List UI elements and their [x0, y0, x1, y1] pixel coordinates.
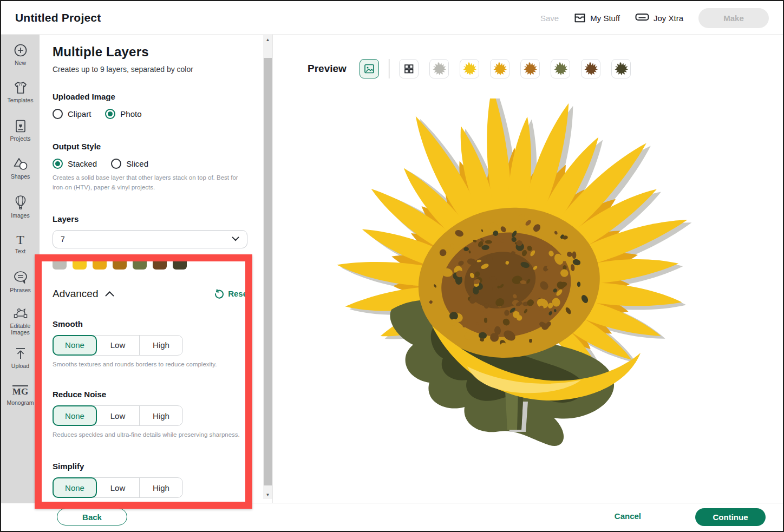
layer-thumb-2[interactable] — [460, 59, 479, 78]
preview-image-toggle[interactable] — [360, 59, 379, 78]
sidebar-item-editable-images[interactable]: Editable Images — [1, 306, 40, 336]
tshirt-icon — [13, 81, 28, 95]
grid-icon — [403, 63, 414, 74]
sunflower-preview-image — [337, 98, 716, 450]
sidebar-item-images[interactable]: Images — [1, 195, 40, 219]
mail-tray-icon — [574, 12, 586, 23]
radio-circle-icon — [53, 109, 63, 119]
sidebar-item-new[interactable]: New — [1, 43, 40, 66]
save-button[interactable]: Save — [540, 14, 559, 23]
continue-button[interactable]: Continue — [695, 508, 766, 526]
output-style-description: Creates a solid base layer that other la… — [53, 173, 239, 193]
radio-circle-icon — [111, 159, 121, 169]
layer-flower-icon — [493, 62, 507, 76]
simplify-low-button[interactable]: Low — [96, 478, 140, 497]
layer-thumb-4[interactable] — [520, 59, 540, 78]
icon-sidebar: New Templates Projects Shapes Images T T… — [1, 35, 40, 532]
my-stuff-button[interactable]: My Stuff — [574, 12, 620, 23]
radio-sliced[interactable]: Sliced — [111, 159, 148, 169]
smooth-label: Smooth — [53, 319, 250, 329]
sidebar-item-text[interactable]: T Text — [1, 234, 40, 254]
preview-label: Preview — [308, 63, 347, 75]
project-card-icon — [14, 119, 27, 133]
text-icon: T — [16, 234, 24, 246]
panel-subtitle: Creates up to 9 layers, separated by col… — [53, 65, 250, 74]
sidebar-item-templates[interactable]: Templates — [1, 81, 40, 103]
preview-area: Preview — [272, 35, 784, 505]
layer-swatch — [93, 255, 107, 270]
radio-circle-icon — [105, 109, 115, 119]
vector-nodes-icon — [12, 306, 29, 320]
layer-thumb-1[interactable] — [429, 59, 449, 78]
divider — [389, 59, 389, 78]
smooth-none-button[interactable]: None — [53, 335, 97, 356]
reduce-noise-low-button[interactable]: Low — [96, 406, 140, 425]
layer-thumb-5[interactable] — [551, 59, 570, 78]
cancel-button[interactable]: Cancel — [615, 511, 641, 521]
smooth-low-button[interactable]: Low — [96, 336, 140, 355]
layer-flower-icon — [614, 62, 628, 76]
top-bar: Untitled Project Save My Stuff Joy Xtra … — [1, 1, 783, 35]
chevron-up-icon — [105, 291, 114, 297]
layer-swatch — [173, 255, 187, 270]
smooth-high-button[interactable]: High — [140, 336, 182, 355]
uploaded-image-label: Uploaded Image — [53, 92, 250, 101]
my-stuff-label: My Stuff — [590, 14, 620, 23]
output-style-options: Stacked Sliced — [53, 159, 250, 169]
image-icon — [364, 63, 375, 74]
chevron-down-icon — [232, 237, 239, 241]
output-style-label: Output Style — [53, 142, 250, 151]
sidebar-item-monogram[interactable]: MG Monogram — [1, 385, 40, 406]
scrollbar-thumb[interactable] — [264, 58, 272, 485]
layer-swatch — [133, 255, 147, 270]
layer-flower-icon — [553, 62, 567, 76]
advanced-toggle[interactable]: Advanced — [53, 288, 114, 300]
layer-flower-icon — [432, 62, 446, 76]
radio-photo[interactable]: Photo — [105, 109, 141, 119]
plus-circle-icon — [14, 43, 28, 57]
reset-button[interactable]: Reset — [214, 289, 250, 299]
cutting-machine-icon — [635, 13, 649, 23]
sidebar-item-phrases[interactable]: Phrases — [1, 271, 40, 293]
layer-thumb-3[interactable] — [490, 59, 509, 78]
sidebar-item-projects[interactable]: Projects — [1, 119, 40, 142]
reduce-noise-high-button[interactable]: High — [140, 406, 182, 425]
balloon-icon — [15, 195, 27, 210]
machine-select-button[interactable]: Joy Xtra — [635, 13, 683, 23]
scroll-down-arrow[interactable]: ▼ — [263, 490, 272, 499]
shapes-icon — [13, 157, 28, 171]
upload-icon — [14, 346, 27, 360]
machine-label: Joy Xtra — [654, 14, 683, 23]
layer-thumb-7[interactable] — [611, 59, 631, 78]
project-title: Untitled Project — [15, 11, 101, 24]
simplify-none-button[interactable]: None — [53, 477, 97, 498]
layers-count-dropdown[interactable]: 7 — [53, 230, 247, 248]
make-button[interactable]: Make — [698, 8, 769, 28]
layer-thumbnails — [399, 59, 631, 78]
bottom-bar: Back Cancel Continue — [1, 503, 783, 531]
layer-swatch — [53, 255, 67, 270]
sidebar-item-upload[interactable]: Upload — [1, 346, 40, 369]
monogram-icon: MG — [12, 385, 28, 397]
layer-swatch — [73, 255, 87, 270]
radio-clipart[interactable]: Clipart — [53, 109, 91, 119]
layer-swatch — [113, 255, 127, 270]
radio-stacked[interactable]: Stacked — [53, 159, 97, 169]
scroll-up-arrow[interactable]: ▲ — [263, 35, 272, 44]
simplify-label: Simplify — [53, 462, 250, 471]
layer-flower-icon — [462, 62, 476, 76]
simplify-segmented-control: None Low High — [53, 477, 183, 498]
top-bar-actions: Save My Stuff Joy Xtra Make — [540, 1, 769, 35]
panel-scrollbar: ▲ ▼ — [263, 35, 272, 499]
all-layers-grid-button[interactable] — [399, 59, 419, 78]
back-button[interactable]: Back — [57, 508, 127, 526]
layer-thumb-6[interactable] — [581, 59, 600, 78]
reduce-noise-description: Reduces speckles and ultra-fine details … — [53, 430, 250, 440]
simplify-high-button[interactable]: High — [140, 478, 182, 497]
panel-title: Multiple Layers — [53, 44, 250, 60]
uploaded-image-options: Clipart Photo — [53, 109, 250, 119]
speech-bubble-icon — [13, 271, 28, 285]
sidebar-item-shapes[interactable]: Shapes — [1, 157, 40, 180]
reduce-noise-none-button[interactable]: None — [53, 405, 97, 426]
multiple-layers-panel: Multiple Layers Creates up to 9 layers, … — [40, 35, 263, 505]
